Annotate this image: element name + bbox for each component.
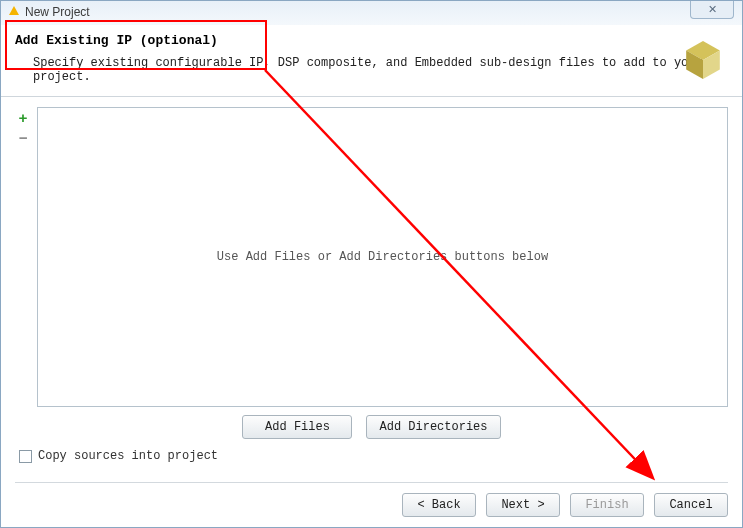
remove-item-button[interactable]: − [15, 131, 31, 147]
copy-sources-label: Copy sources into project [38, 449, 218, 463]
next-button[interactable]: Next > [486, 493, 560, 517]
header: Add Existing IP (optional) Specify exist… [1, 25, 742, 97]
cancel-button[interactable]: Cancel [654, 493, 728, 517]
titlebar: New Project ✕ [1, 1, 742, 23]
close-icon: ✕ [708, 3, 717, 16]
add-directories-button[interactable]: Add Directories [366, 415, 500, 439]
copy-sources-row: Copy sources into project [19, 449, 728, 463]
copy-sources-checkbox[interactable] [19, 450, 32, 463]
app-icon [7, 6, 19, 18]
content-area: + − Use Add Files or Add Directories but… [1, 97, 742, 469]
page-title: Add Existing IP (optional) [15, 33, 728, 48]
file-buttons-row: Add Files Add Directories [15, 415, 728, 439]
dialog-window: New Project ✕ Add Existing IP (optional)… [0, 0, 743, 528]
add-item-button[interactable]: + [15, 111, 31, 127]
window-title: New Project [25, 5, 90, 19]
add-files-button[interactable]: Add Files [242, 415, 352, 439]
footer-separator [15, 482, 728, 483]
plus-icon: + [18, 112, 27, 127]
close-button[interactable]: ✕ [690, 1, 734, 19]
finish-button: Finish [570, 493, 644, 517]
minus-icon: − [18, 132, 27, 147]
back-button[interactable]: < Back [402, 493, 476, 517]
wizard-nav: < Back Next > Finish Cancel [402, 493, 728, 517]
list-placeholder: Use Add Files or Add Directories buttons… [217, 250, 548, 264]
page-subtitle: Specify existing configurable IP, DSP co… [15, 56, 728, 84]
vivado-logo-icon [682, 39, 724, 81]
list-side-buttons: + − [15, 107, 31, 407]
ip-file-list[interactable]: Use Add Files or Add Directories buttons… [37, 107, 728, 407]
